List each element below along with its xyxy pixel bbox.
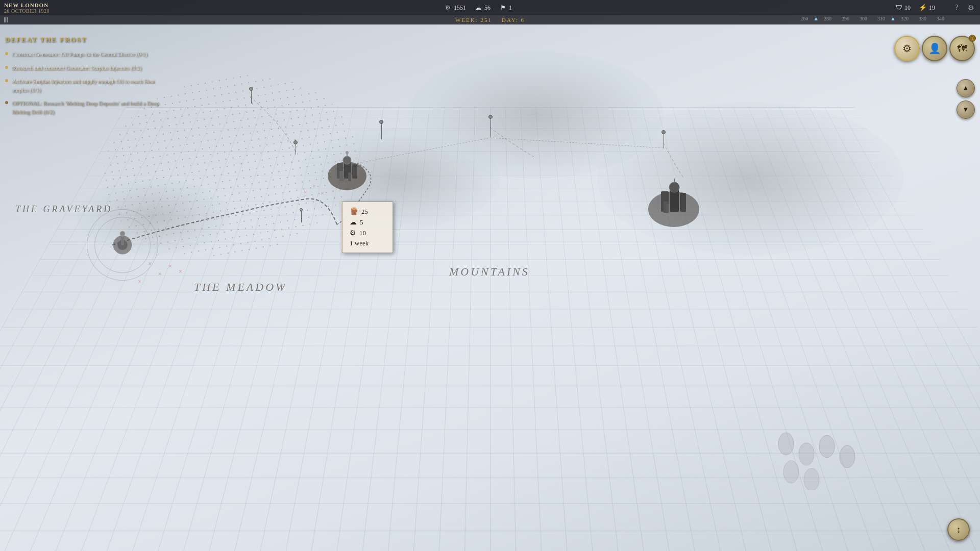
cross-mark-red-2: ×: [312, 183, 316, 190]
map-badge: 1: [969, 35, 976, 42]
svg-rect-7: [348, 172, 351, 181]
cross-mark-3: ×: [168, 263, 172, 270]
objectives-panel: DEFEAT THE FROST Construct Generator: Oi…: [5, 36, 168, 121]
tooltip-wood-icon: 🪵: [350, 207, 358, 216]
svg-rect-15: [664, 202, 669, 213]
objective-1-text: Construct Generator: Oil Pumps in the Ce…: [12, 50, 148, 59]
pin-far-far-right[interactable]: [662, 130, 666, 148]
right-resources: 🛡 10 ⚡ 19 ? ⚙: [896, 4, 976, 12]
tooltip-food-value: 10: [359, 229, 366, 237]
panel-btn-group: ⚙ 👤 🗺 1: [894, 36, 975, 61]
temp-310: 310: [877, 16, 885, 21]
week-label: WEEK:: [455, 17, 478, 23]
help-button[interactable]: ?: [951, 4, 962, 12]
right-city-structure[interactable]: [643, 173, 704, 235]
svg-rect-14: [680, 193, 686, 212]
cross-mark-1: ×: [148, 260, 152, 268]
pause-bar-left: [4, 17, 6, 22]
pin-far-right[interactable]: [488, 115, 493, 137]
cross-mark-2: ×: [158, 270, 162, 278]
population-btn[interactable]: 👤: [922, 36, 947, 61]
objective-3: Activate Surplus Injectors and supply en…: [5, 77, 168, 94]
main-city[interactable]: [322, 148, 373, 199]
pin-left[interactable]: [293, 140, 298, 155]
scroll-icon: ↕: [957, 524, 961, 535]
city-date: 28 OCTOBER 1920: [4, 8, 50, 14]
tooltip-steam-value: 5: [360, 218, 363, 227]
workers-icon: ⚙: [444, 4, 452, 12]
temperature-ruler: 260 ▲ 280 290 300 310 ▲ 320 330 340: [795, 15, 949, 21]
cross-mark-5: ×: [138, 278, 141, 286]
city-name: NEW LONDON: [4, 2, 50, 8]
hope-value: 10: [904, 4, 911, 12]
population-icon: 👤: [928, 42, 941, 55]
side-btn-2[interactable]: ▼: [957, 101, 975, 119]
pin-mid-left[interactable]: [300, 208, 303, 222]
temp-indicator-2: ▲: [890, 15, 896, 21]
objective-2-text: Research and construct Generator: Surplu…: [12, 64, 142, 72]
steam-resource: ☁ 56: [474, 4, 491, 12]
day-label: DAY:: [502, 17, 519, 23]
svg-point-16: [669, 182, 679, 192]
objective-2: Research and construct Generator: Surplu…: [5, 64, 168, 72]
week-value: 251: [480, 17, 492, 23]
steam-icon: ☁: [474, 4, 482, 12]
pause-bar-right: [7, 17, 8, 22]
side-icon-1: ▲: [962, 84, 969, 92]
tooltip-row-1: 🪵 25: [350, 207, 385, 216]
side-btn-1[interactable]: ▲: [957, 79, 975, 97]
week-day-text: WEEK: 251 DAY: 6: [455, 17, 525, 23]
objective-4-optional: OPTIONAL: Research 'Melting Deep Deposit…: [5, 99, 168, 116]
temp-320: 320: [901, 16, 909, 21]
generator-btn[interactable]: ⚙: [894, 36, 920, 61]
pause-indicator[interactable]: [4, 17, 8, 22]
day-value: 6: [521, 17, 525, 23]
svg-point-8: [343, 156, 351, 164]
pin-top-right[interactable]: [379, 120, 383, 139]
food-icon: ⚑: [499, 4, 507, 12]
city-info: NEW LONDON 28 OCTOBER 1920: [4, 2, 50, 14]
side-icon-2: ▼: [962, 106, 969, 114]
svg-point-21: [120, 231, 125, 236]
tooltip-wood-value: 25: [361, 208, 368, 216]
scout-left[interactable]: [107, 230, 138, 260]
objective-1: Construct Generator: Oil Pumps in the Ce…: [5, 50, 168, 59]
discontent-value: 19: [929, 4, 935, 12]
svg-rect-6: [339, 171, 344, 181]
workers-resource: ⚙ 1551: [444, 4, 466, 12]
food-resource: ⚑ 1: [499, 4, 512, 12]
cross-mark-red-1: ×: [304, 189, 307, 196]
objective-3-text: Activate Surplus Injectors and supply en…: [12, 77, 168, 94]
tooltip-food-icon: ⚙: [350, 229, 356, 237]
scroll-button[interactable]: ↕: [947, 518, 970, 541]
objective-2-dot: [5, 66, 8, 69]
steam-value: 56: [484, 4, 491, 12]
objective-4-text: OPTIONAL: Research 'Melting Deep Deposit…: [12, 99, 168, 116]
objective-1-dot: [5, 52, 8, 55]
tooltip-row-2: ☁ 5: [350, 218, 385, 227]
temp-330: 330: [919, 16, 926, 21]
side-small-buttons: ▲ ▼: [957, 79, 975, 119]
settings-button[interactable]: ⚙: [966, 4, 976, 12]
top-bar: NEW LONDON 28 OCTOBER 1920 ⚙ 1551 ☁ 56 ⚑…: [0, 0, 980, 15]
objective-3-dot: [5, 79, 8, 82]
objective-4-dot: [5, 101, 8, 104]
workers-value: 1551: [454, 4, 466, 12]
discontent-resource: ⚡ 19: [919, 4, 935, 12]
lightning-icon: ⚡: [919, 4, 927, 12]
resources-bar: ⚙ 1551 ☁ 56 ⚑ 1: [60, 4, 896, 12]
temp-340: 340: [937, 16, 944, 21]
tooltip-duration: 1 week: [350, 239, 385, 247]
tooltip-row-3: ⚙ 10: [350, 229, 385, 237]
shield-icon: 🛡: [896, 4, 902, 12]
svg-rect-5: [352, 164, 357, 179]
map-btn[interactable]: 🗺 1: [949, 36, 975, 61]
cross-mark-4: ×: [179, 268, 182, 276]
tooltip-steam-icon: ☁: [350, 218, 357, 227]
temp-290: 290: [842, 16, 849, 21]
hope-resource: 🛡 10: [896, 4, 911, 12]
right-panel: ⚙ 👤 🗺 1: [894, 36, 975, 61]
pin-top[interactable]: [249, 87, 253, 104]
tooltip-card: 🪵 25 ☁ 5 ⚙ 10 1 week: [342, 202, 393, 253]
generator-icon: ⚙: [902, 42, 912, 55]
